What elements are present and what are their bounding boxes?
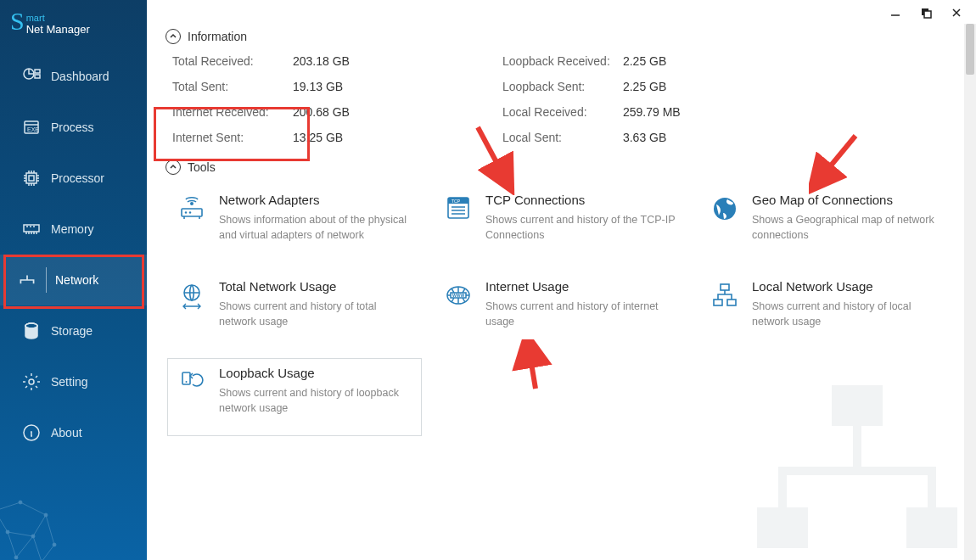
info-value: 13.25 GB: [293, 131, 350, 144]
lan-icon: [710, 281, 740, 311]
chevron-up-icon: [165, 160, 181, 175]
section-header-information[interactable]: Information: [165, 29, 957, 44]
tool-internet-usage[interactable]: WWW Internet UsageShows current and hist…: [434, 272, 688, 350]
app-logo: S mart Net Manager: [0, 0, 147, 51]
svg-rect-47: [778, 467, 936, 475]
tool-desc: Shows current and history of local netwo…: [752, 299, 945, 329]
info-key: Total Sent:: [172, 80, 283, 93]
svg-rect-10: [31, 283, 36, 288]
tool-title: Geo Map of Connections: [752, 193, 945, 207]
svg-point-13: [29, 379, 34, 384]
tool-title: Local Network Usage: [752, 279, 945, 294]
gear-icon: [12, 372, 51, 392]
sidebar-item-memory[interactable]: Memory: [0, 204, 147, 255]
process-icon: EXE: [12, 117, 51, 137]
main: Information Total Received:203.18 GB Tot…: [147, 0, 976, 560]
sidebar-item-label: About: [51, 426, 82, 440]
svg-rect-1: [35, 70, 40, 73]
svg-rect-40: [727, 300, 736, 305]
sidebar-item-label: Network: [55, 273, 98, 287]
tool-network-adapters[interactable]: Network AdaptersShows information about …: [167, 185, 422, 263]
sidebar-item-label: Memory: [51, 222, 94, 236]
svg-rect-27: [182, 209, 202, 216]
info-value: 3.63 GB: [623, 131, 681, 144]
memory-icon: [12, 219, 51, 239]
tool-title: Total Network Usage: [219, 279, 412, 294]
sidebar-item-setting[interactable]: Setting: [0, 356, 147, 407]
logo-mart: mart: [26, 12, 90, 24]
sidebar-item-process[interactable]: EXE Process: [0, 102, 147, 153]
svg-point-26: [191, 203, 193, 204]
svg-rect-5: [26, 173, 36, 183]
www-icon: WWW: [443, 281, 474, 311]
info-grid: Total Received:203.18 GB Total Sent:19.1…: [165, 54, 957, 144]
info-key: Loopback Sent:: [502, 80, 613, 93]
svg-text:WWW: WWW: [452, 293, 464, 298]
storage-icon: [12, 321, 51, 341]
info-key: Internet Received:: [172, 105, 283, 119]
tool-tcp-connections[interactable]: TCP TCP ConnectionsShows current and his…: [434, 185, 688, 263]
svg-rect-49: [928, 467, 936, 507]
section-header-tools[interactable]: Tools: [165, 160, 957, 175]
info-left: Total Received:203.18 GB Total Sent:19.1…: [172, 54, 350, 144]
tool-title: Network Adapters: [219, 193, 412, 207]
globe-arrows-icon: [177, 281, 207, 311]
svg-rect-45: [906, 507, 957, 548]
tool-desc: Shows information about of the physical …: [219, 212, 412, 243]
dashboard-icon: [12, 66, 51, 87]
sidebar-item-label: Process: [51, 120, 94, 134]
network-icon: [12, 269, 42, 291]
svg-rect-39: [714, 300, 722, 305]
svg-rect-38: [721, 284, 729, 290]
sidebar-item-dashboard[interactable]: Dashboard: [0, 51, 147, 102]
tool-title: TCP Connections: [485, 193, 679, 207]
tool-title: Loopback Usage: [219, 366, 412, 380]
section-title: Tools: [188, 160, 216, 174]
content: Information Total Received:203.18 GB Tot…: [147, 0, 976, 560]
svg-rect-9: [18, 283, 24, 288]
tool-total-usage[interactable]: Total Network UsageShows current and his…: [167, 272, 422, 350]
tool-local-usage[interactable]: Local Network UsageShows current and his…: [700, 272, 955, 350]
sidebar-item-about[interactable]: About: [0, 407, 147, 458]
info-key: Internet Sent:: [172, 131, 283, 144]
sidebar-item-label: Storage: [51, 324, 93, 338]
svg-text:EXE: EXE: [27, 126, 39, 132]
tool-desc: Shows current and history of total netwo…: [219, 299, 412, 329]
info-value: 19.13 GB: [293, 80, 350, 93]
svg-point-42: [186, 381, 188, 383]
sidebar-item-storage[interactable]: Storage: [0, 305, 147, 356]
tools-grid: Network AdaptersShows information about …: [165, 185, 957, 436]
info-right: Loopback Received:2.25 GB Loopback Sent:…: [502, 54, 681, 144]
svg-text:TCP: TCP: [452, 199, 461, 204]
tool-geo-map[interactable]: Geo Map of ConnectionsShows a Geographic…: [700, 185, 955, 263]
info-value: 2.25 GB: [623, 54, 681, 68]
router-icon: [177, 194, 207, 225]
tool-title: Internet Usage: [485, 279, 679, 294]
info-key: Total Received:: [172, 54, 283, 68]
sidebar-item-network[interactable]: Network: [0, 255, 147, 305]
svg-rect-7: [24, 225, 39, 232]
svg-point-28: [185, 211, 187, 213]
sidebar-item-label: Dashboard: [51, 70, 109, 83]
section-title: Information: [188, 30, 247, 43]
info-icon: [12, 423, 51, 443]
tool-loopback-usage[interactable]: Loopback UsageShows current and history …: [167, 358, 422, 436]
info-key: Local Received:: [502, 105, 613, 119]
tcp-list-icon: TCP: [443, 194, 474, 225]
tool-desc: Shows current and history of internet us…: [485, 299, 679, 329]
info-value: 200.68 GB: [293, 105, 350, 119]
sidebar-item-label: Processor: [51, 171, 104, 185]
svg-rect-8: [25, 271, 31, 275]
logo-netmanager: Net Manager: [26, 24, 90, 36]
info-key: Local Sent:: [502, 131, 613, 144]
info-value: 203.18 GB: [293, 54, 350, 68]
sidebar-item-processor[interactable]: Processor: [0, 153, 147, 204]
sidebar-item-label: Setting: [51, 375, 88, 389]
tool-desc: Shows current and history of loopback ne…: [219, 385, 412, 416]
svg-rect-6: [29, 176, 34, 181]
logo-letter: S: [10, 8, 25, 34]
info-value: 2.25 GB: [623, 80, 681, 93]
globe-icon: [710, 194, 740, 225]
svg-rect-2: [35, 75, 40, 78]
svg-rect-44: [757, 507, 808, 548]
